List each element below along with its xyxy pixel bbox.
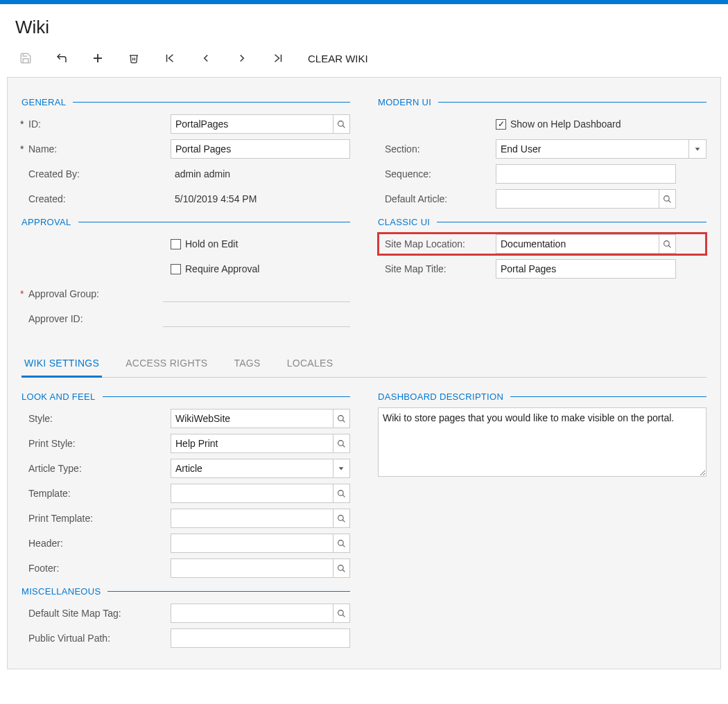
first-icon[interactable]	[164, 52, 176, 64]
save-icon	[19, 52, 32, 64]
require-approval-checkbox[interactable]: Require Approval	[171, 263, 350, 274]
created-by-value: admin admin	[171, 168, 350, 179]
sitemap-title-input[interactable]	[496, 259, 676, 279]
approval-group-input[interactable]	[163, 285, 350, 302]
default-sitemap-tag-input[interactable]	[171, 604, 333, 623]
sequence-input[interactable]	[496, 164, 676, 184]
svg-line-14	[343, 420, 345, 422]
svg-line-25	[343, 570, 345, 572]
sitemap-location-row: Site Map Location:	[378, 233, 707, 255]
search-icon[interactable]	[333, 484, 350, 503]
id-input[interactable]	[171, 114, 333, 134]
svg-line-19	[343, 495, 345, 497]
print-style-input[interactable]	[171, 434, 333, 453]
label-approver-id: Approver ID:	[21, 313, 163, 324]
search-icon[interactable]	[333, 434, 350, 453]
tab-wiki-settings[interactable]: WIKI SETTINGS	[21, 351, 102, 377]
search-icon[interactable]	[333, 509, 350, 528]
svg-line-7	[343, 125, 345, 127]
sitemap-location-input[interactable]	[496, 234, 659, 254]
public-virtual-path-input[interactable]	[171, 628, 350, 648]
search-icon[interactable]	[659, 234, 676, 254]
svg-point-15	[338, 440, 343, 446]
section-look-feel: LOOK AND FEEL	[21, 391, 350, 402]
dropdown-icon[interactable]	[333, 459, 350, 478]
search-icon[interactable]	[333, 409, 350, 428]
checkbox-icon	[171, 264, 181, 274]
label-id: ID:	[21, 118, 171, 130]
clear-wiki-button[interactable]: CLEAR WIKI	[308, 53, 368, 64]
label-article-type: Article Type:	[21, 463, 171, 474]
search-icon[interactable]	[333, 534, 350, 553]
search-icon[interactable]	[333, 604, 350, 623]
svg-marker-17	[339, 467, 344, 470]
svg-point-22	[338, 540, 343, 545]
search-icon[interactable]	[333, 558, 350, 578]
label-header: Header:	[21, 538, 171, 549]
dropdown-icon[interactable]	[688, 139, 707, 159]
label-style: Style:	[21, 413, 171, 424]
checkbox-icon	[171, 239, 181, 249]
undo-icon[interactable]	[55, 52, 68, 64]
svg-line-27	[343, 615, 345, 617]
label-default-sitemap-tag: Default Site Map Tag:	[21, 608, 171, 619]
id-lookup-icon[interactable]	[333, 114, 350, 134]
svg-line-12	[668, 245, 670, 247]
svg-line-23	[343, 545, 345, 547]
label-name: Name:	[21, 143, 171, 155]
section-modern-ui: MODERN UI	[378, 97, 707, 107]
name-input[interactable]	[171, 139, 350, 159]
delete-icon[interactable]	[128, 52, 140, 64]
svg-point-6	[338, 121, 343, 126]
template-input[interactable]	[171, 484, 333, 503]
svg-point-9	[664, 195, 669, 201]
section-approval: APPROVAL	[21, 217, 350, 227]
footer-input[interactable]	[171, 558, 333, 578]
label-print-style: Print Style:	[21, 438, 171, 449]
checkbox-checked-icon	[496, 119, 506, 130]
dashboard-description-textarea[interactable]	[378, 407, 707, 477]
label-footer: Footer:	[21, 563, 171, 574]
style-input[interactable]	[171, 409, 333, 428]
created-value: 5/10/2019 4:54 PM	[171, 193, 350, 204]
svg-point-11	[664, 240, 669, 246]
approver-id-input[interactable]	[163, 310, 350, 327]
label-template: Template:	[21, 488, 171, 499]
section-general: GENERAL	[21, 97, 350, 107]
section-select[interactable]	[496, 139, 688, 159]
prev-icon[interactable]	[200, 52, 212, 64]
toolbar: CLEAR WIKI	[0, 45, 728, 77]
tabs: WIKI SETTINGS ACCESS RIGHTS TAGS LOCALES	[21, 351, 707, 378]
tab-locales[interactable]: LOCALES	[284, 351, 336, 377]
svg-point-18	[338, 490, 343, 495]
form-area: GENERAL ID: Name: Created By: admin admi…	[7, 77, 721, 669]
page-title: Wiki	[0, 4, 728, 45]
show-help-checkbox[interactable]: Show on Help Dashboard	[496, 118, 707, 130]
label-print-template: Print Template:	[21, 513, 171, 524]
hold-on-edit-checkbox[interactable]: Hold on Edit	[171, 238, 350, 249]
svg-point-13	[338, 415, 343, 421]
svg-point-26	[338, 610, 343, 615]
article-type-select[interactable]	[171, 459, 333, 478]
print-template-input[interactable]	[171, 509, 333, 528]
add-icon[interactable]	[92, 52, 104, 64]
svg-line-21	[343, 520, 345, 522]
label-public-virtual-path: Public Virtual Path:	[21, 633, 171, 644]
last-icon[interactable]	[272, 52, 284, 64]
tab-tags[interactable]: TAGS	[231, 351, 263, 377]
svg-marker-8	[695, 148, 700, 150]
next-icon[interactable]	[236, 52, 248, 64]
label-approval-group: Approval Group:	[21, 288, 163, 299]
section-misc: MISCELLANEOUS	[21, 586, 350, 597]
search-icon[interactable]	[659, 189, 676, 209]
header-input[interactable]	[171, 534, 333, 553]
label-created: Created:	[21, 193, 171, 204]
label-default-article: Default Article:	[378, 193, 496, 204]
default-article-input[interactable]	[496, 189, 659, 209]
label-sitemap-title: Site Map Title:	[378, 263, 496, 274]
section-dashboard-description: DASHBOARD DESCRIPTION	[378, 391, 707, 402]
svg-line-10	[668, 200, 670, 202]
tab-access-rights[interactable]: ACCESS RIGHTS	[123, 351, 210, 377]
svg-point-24	[338, 565, 343, 570]
label-created-by: Created By:	[21, 168, 171, 179]
